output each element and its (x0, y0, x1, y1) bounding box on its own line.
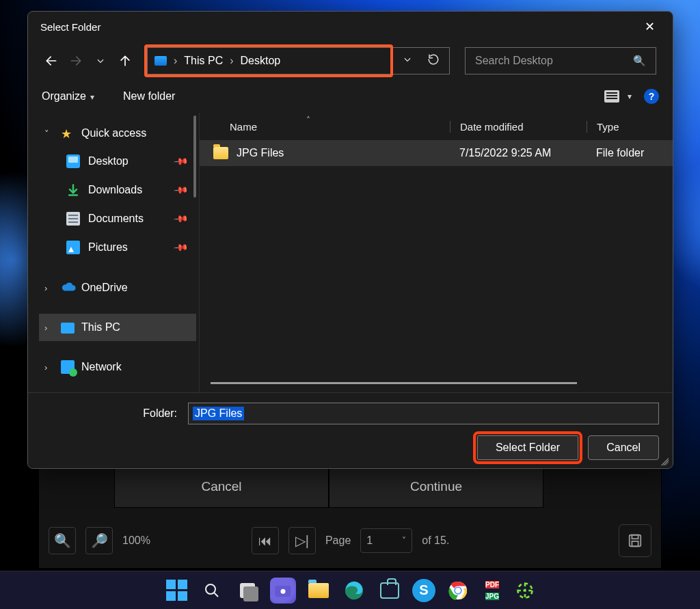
svg-rect-2 (632, 541, 638, 546)
sort-asc-icon: ˄ (306, 116, 310, 125)
underlying-app: Cancel Continue 🔍 🔎 100% ⏮ ▷| Page 1˅ of… (38, 465, 662, 569)
file-date: 7/15/2022 9:25 AM (450, 147, 587, 159)
tree-onedrive[interactable]: › OneDrive (39, 274, 196, 301)
tree-network[interactable]: › Network (39, 353, 196, 381)
page-total: of 15. (422, 534, 449, 547)
folder-icon (213, 147, 228, 159)
address-bar-controls (393, 47, 450, 75)
chevron-right-icon: › (174, 55, 177, 67)
tree-downloads[interactable]: Downloads 📌 (39, 176, 196, 204)
file-name: JPG Files (237, 147, 284, 159)
picture-icon (66, 241, 80, 254)
chevron-right-icon: › (44, 362, 54, 373)
column-headers: Name ˄ Date modified Type (200, 113, 673, 140)
new-folder-button[interactable]: New folder (123, 90, 175, 103)
view-mode-button[interactable]: ▾ (604, 90, 632, 103)
dialog-title: Select Folder (40, 21, 100, 33)
zoom-level: 100% (122, 534, 150, 547)
nav-back-button[interactable] (40, 50, 62, 72)
svg-point-15 (455, 587, 461, 593)
task-view-icon[interactable] (234, 578, 260, 604)
cloud-icon (61, 281, 75, 295)
greenshot-icon[interactable] (513, 579, 537, 602)
organize-button[interactable]: Organize▾ (42, 90, 94, 103)
download-icon (66, 183, 80, 197)
search-input[interactable]: Search Desktop 🔍 (465, 47, 656, 75)
under-cancel-button[interactable]: Cancel (114, 465, 329, 508)
page-stepper[interactable]: 1˅ (360, 528, 412, 553)
toolbar: Organize▾ New folder ▾ ? (28, 80, 673, 113)
chrome-icon[interactable] (445, 578, 471, 604)
nav-up-button[interactable] (114, 50, 136, 72)
file-type: File folder (587, 147, 673, 159)
network-icon (61, 360, 75, 374)
tree-pictures[interactable]: Pictures 📌 (39, 233, 196, 262)
skype-icon[interactable]: S (412, 579, 435, 602)
chevron-right-icon: › (230, 55, 233, 67)
tree-thispc[interactable]: › This PC (39, 314, 196, 341)
horizontal-scrollbar[interactable] (211, 382, 577, 384)
nav-forward-button[interactable] (65, 50, 87, 72)
select-folder-button[interactable]: Select Folder (477, 435, 578, 460)
search-icon: 🔍 (633, 55, 646, 67)
next-page-button[interactable]: ▷| (288, 527, 316, 554)
folder-input[interactable]: JPG Files (188, 403, 659, 424)
breadcrumb-root[interactable]: This PC (184, 55, 223, 67)
svg-rect-1 (632, 535, 638, 539)
page-label: Page (325, 534, 351, 547)
save-button[interactable] (619, 524, 651, 557)
cancel-button[interactable]: Cancel (588, 435, 659, 460)
nav-bar: › This PC › Desktop Search Desktop 🔍 (28, 42, 673, 80)
nav-recent-button[interactable] (90, 50, 111, 72)
file-explorer-icon[interactable] (306, 578, 332, 604)
pin-icon: 📌 (173, 211, 189, 226)
help-icon[interactable]: ? (644, 89, 659, 104)
address-dropdown-button[interactable] (403, 55, 412, 67)
address-bar[interactable]: › This PC › Desktop (147, 47, 390, 75)
desktop-icon (66, 154, 80, 168)
dialog-footer: Folder: JPG Files Select Folder Cancel (28, 392, 673, 468)
svg-point-8 (206, 584, 215, 594)
file-row[interactable]: JPG Files 7/15/2022 9:25 AM File folder (200, 140, 673, 166)
store-icon[interactable] (377, 578, 403, 604)
list-view-icon (604, 90, 619, 103)
breadcrumb-highlight: › This PC › Desktop (144, 44, 393, 77)
resize-grip-icon[interactable] (659, 456, 669, 465)
zoom-in-button[interactable]: 🔍 (49, 527, 76, 554)
pin-icon: 📌 (173, 239, 189, 255)
zoom-out-button[interactable]: 🔎 (85, 527, 113, 554)
chevron-down-icon: ˅ (44, 128, 54, 139)
folder-label: Folder: (42, 407, 178, 420)
edge-icon[interactable] (341, 578, 367, 604)
thispc-icon (154, 56, 167, 66)
folder-value: JPG Files (193, 407, 244, 420)
header-type[interactable]: Type (587, 121, 673, 133)
tree-documents[interactable]: Documents 📌 (39, 204, 196, 233)
sidebar-scrollbar[interactable] (193, 116, 196, 198)
title-bar[interactable]: Select Folder ✕ (28, 12, 673, 42)
star-icon: ★ (61, 126, 75, 140)
taskbar: S PDF JPG (0, 571, 700, 609)
header-date[interactable]: Date modified (450, 121, 587, 133)
under-continue-button[interactable]: Continue (329, 465, 543, 508)
header-name[interactable]: Name ˄ (211, 121, 450, 133)
monitor-icon (61, 323, 75, 334)
chevron-right-icon: › (44, 283, 54, 293)
svg-point-11 (281, 588, 286, 593)
tree-desktop[interactable]: Desktop 📌 (39, 147, 196, 176)
close-icon[interactable]: ✕ (639, 16, 660, 37)
document-icon (66, 212, 80, 226)
taskbar-search-icon[interactable] (199, 578, 225, 604)
start-button[interactable] (163, 578, 189, 604)
pdf-to-jpg-icon[interactable]: PDF JPG (481, 579, 504, 602)
pin-icon: 📌 (173, 182, 189, 198)
pin-icon: 📌 (173, 153, 189, 169)
refresh-button[interactable] (427, 53, 440, 68)
teams-icon[interactable] (270, 578, 296, 604)
tree-quick-access[interactable]: ˅ ★ Quick access (39, 120, 196, 147)
select-folder-dialog: Select Folder ✕ › This PC › Desktop (27, 11, 673, 469)
breadcrumb-current[interactable]: Desktop (241, 55, 281, 67)
chevron-right-icon: › (44, 323, 54, 333)
first-page-button[interactable]: ⏮ (252, 527, 279, 554)
svg-line-9 (214, 593, 218, 597)
